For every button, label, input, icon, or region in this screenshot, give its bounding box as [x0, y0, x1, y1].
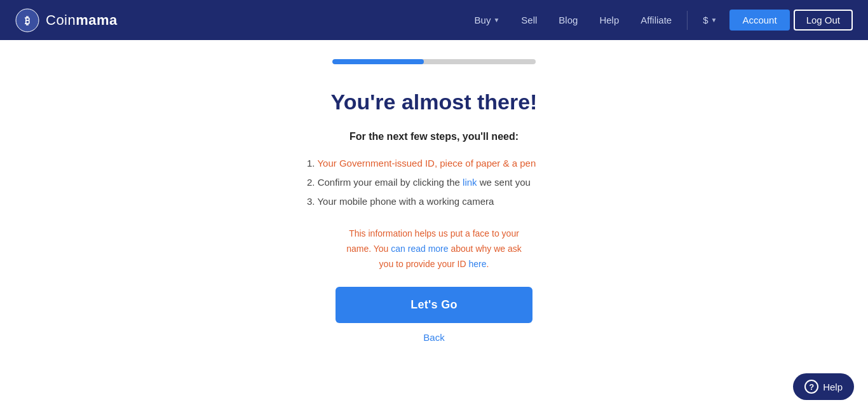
progress-bar-fill	[332, 59, 424, 64]
page-title: You're almost there!	[331, 90, 538, 114]
read-more-link[interactable]: can read more	[391, 244, 448, 254]
logo-text: Coinmama	[46, 12, 118, 29]
step-3: 3. Your mobile phone with a working came…	[307, 192, 561, 211]
chevron-down-icon-currency: ▼	[711, 17, 717, 24]
help-button[interactable]: ? Help	[793, 373, 854, 400]
logo-icon: ₿	[15, 8, 39, 32]
nav-buy[interactable]: Buy ▼	[466, 10, 509, 31]
steps-list: 1. Your Government-issued ID, piece of p…	[307, 154, 561, 211]
step-1: 1. Your Government-issued ID, piece of p…	[307, 154, 561, 173]
nav-affiliate[interactable]: Affiliate	[632, 10, 681, 31]
step-2: 2. Confirm your email by clicking the li…	[307, 173, 561, 192]
nav-divider	[687, 11, 688, 30]
logo[interactable]: ₿ Coinmama	[15, 8, 118, 32]
logout-button[interactable]: Log Out	[794, 10, 853, 31]
subtitle: For the next few steps, you'll need:	[301, 131, 567, 142]
nav-blog[interactable]: Blog	[550, 10, 587, 31]
progress-bar-container	[332, 59, 536, 64]
account-button[interactable]: Account	[729, 10, 789, 31]
svg-text:₿: ₿	[25, 15, 30, 26]
back-link[interactable]: Back	[301, 332, 567, 343]
lets-go-button[interactable]: Let's Go	[336, 287, 532, 323]
help-circle-icon: ?	[804, 380, 818, 394]
nav-links: Buy ▼ Sell Blog Help Affiliate $ ▼ Accou…	[466, 10, 853, 31]
chevron-down-icon: ▼	[493, 17, 499, 24]
info-text: This information helps us put a face to …	[313, 226, 555, 272]
nav-help[interactable]: Help	[590, 10, 628, 31]
here-link[interactable]: here	[468, 259, 486, 269]
navbar: ₿ Coinmama Buy ▼ Sell Blog Help Affiliat…	[0, 0, 868, 40]
nav-currency[interactable]: $ ▼	[694, 10, 726, 31]
email-link[interactable]: link	[463, 177, 477, 188]
main-content: You're almost there! For the next few st…	[0, 40, 868, 414]
nav-sell[interactable]: Sell	[512, 10, 546, 31]
card-body: For the next few steps, you'll need: 1. …	[301, 131, 567, 368]
